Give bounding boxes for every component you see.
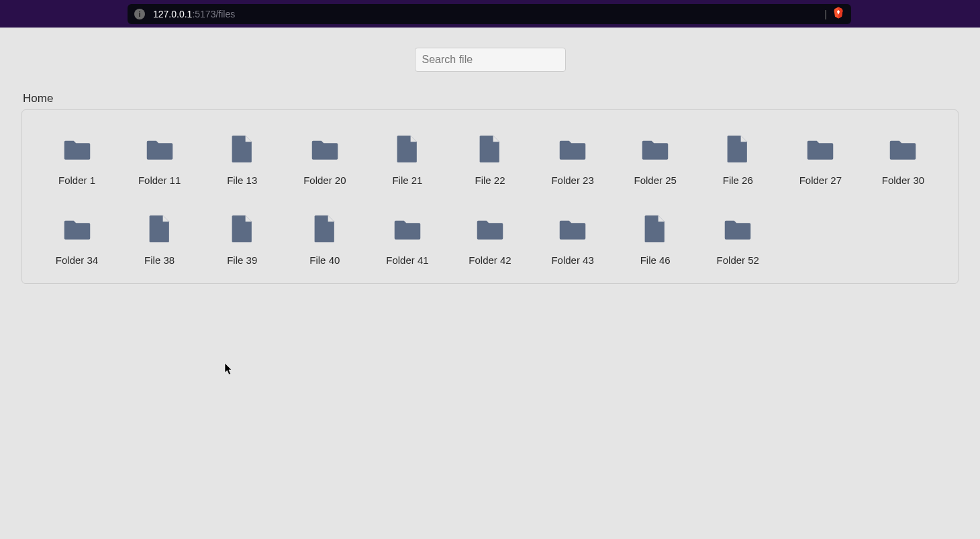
folder-item[interactable]: Folder 27 <box>779 130 862 190</box>
file-icon <box>644 214 666 244</box>
item-label: File 40 <box>309 254 340 266</box>
item-label: Folder 43 <box>551 254 593 266</box>
url-host: 127.0.0.1 <box>153 9 192 19</box>
folder-icon <box>311 134 339 164</box>
file-item[interactable]: File 26 <box>697 130 779 190</box>
file-icon <box>727 134 748 164</box>
folder-item[interactable]: Folder 43 <box>532 210 614 270</box>
folder-icon <box>724 214 752 244</box>
item-label: Folder 52 <box>717 254 759 266</box>
folder-icon <box>146 134 174 164</box>
folder-icon <box>889 134 917 164</box>
item-label: Folder 11 <box>138 175 181 186</box>
item-label: Folder 42 <box>469 254 511 266</box>
folder-item[interactable]: Folder 11 <box>118 130 201 190</box>
item-label: Folder 27 <box>799 175 842 186</box>
file-icon <box>397 134 418 164</box>
item-label: File 13 <box>227 175 257 186</box>
item-label: Folder 23 <box>551 175 593 186</box>
file-icon <box>314 214 336 244</box>
folder-icon <box>63 134 91 164</box>
address-divider: | <box>824 9 827 19</box>
site-info-icon[interactable]: i <box>134 9 145 19</box>
item-label: Folder 30 <box>882 175 924 186</box>
folder-item[interactable]: Folder 30 <box>862 130 944 190</box>
search-input[interactable] <box>415 48 566 72</box>
url-rest: :5173/files <box>192 9 235 19</box>
folder-icon <box>641 134 669 164</box>
file-grid-container: Folder 1Folder 11File 13Folder 20File 21… <box>21 109 959 284</box>
item-label: File 22 <box>475 175 505 186</box>
file-item[interactable]: File 38 <box>118 210 201 270</box>
folder-icon <box>558 214 587 244</box>
mouse-cursor <box>224 362 234 376</box>
file-grid: Folder 1Folder 11File 13Folder 20File 21… <box>36 130 944 270</box>
file-icon <box>232 134 253 164</box>
item-label: File 21 <box>392 175 422 186</box>
folder-item[interactable]: Folder 25 <box>614 130 697 190</box>
item-label: File 26 <box>723 175 753 186</box>
folder-icon <box>63 214 91 244</box>
folder-item[interactable]: Folder 23 <box>532 130 614 190</box>
folder-item[interactable]: Folder 34 <box>36 210 118 270</box>
breadcrumb[interactable]: Home <box>21 92 959 105</box>
item-label: File 38 <box>144 254 175 266</box>
item-label: Folder 1 <box>58 175 95 186</box>
folder-item[interactable]: Folder 42 <box>448 210 531 270</box>
folder-item[interactable]: Folder 20 <box>283 130 366 190</box>
file-item[interactable]: File 13 <box>201 130 283 190</box>
file-item[interactable]: File 22 <box>448 130 531 190</box>
browser-chrome-bar: i 127.0.0.1:5173/files | <box>0 0 980 28</box>
folder-icon <box>806 134 834 164</box>
file-item[interactable]: File 40 <box>283 210 366 270</box>
brave-shields-icon[interactable] <box>832 6 844 21</box>
address-bar[interactable]: i 127.0.0.1:5173/files | <box>128 4 851 24</box>
folder-item[interactable]: Folder 1 <box>36 130 118 190</box>
folder-icon <box>393 214 422 244</box>
page-content: Home Folder 1Folder 11File 13Folder 20Fi… <box>0 28 980 304</box>
file-item[interactable]: File 21 <box>366 130 448 190</box>
item-label: Folder 41 <box>386 254 428 266</box>
breadcrumb-home[interactable]: Home <box>23 92 53 105</box>
item-label: Folder 20 <box>303 175 346 186</box>
file-item[interactable]: File 39 <box>201 210 283 270</box>
file-icon <box>149 214 170 244</box>
file-icon <box>479 134 501 164</box>
folder-icon <box>476 214 504 244</box>
item-label: Folder 34 <box>56 254 98 266</box>
folder-icon <box>558 134 587 164</box>
file-item[interactable]: File 46 <box>614 210 697 270</box>
item-label: File 39 <box>227 254 257 266</box>
folder-item[interactable]: Folder 41 <box>366 210 448 270</box>
file-icon <box>232 214 253 244</box>
folder-item[interactable]: Folder 52 <box>697 210 779 270</box>
item-label: File 46 <box>640 254 671 266</box>
item-label: Folder 25 <box>634 175 676 186</box>
search-container <box>21 48 959 72</box>
